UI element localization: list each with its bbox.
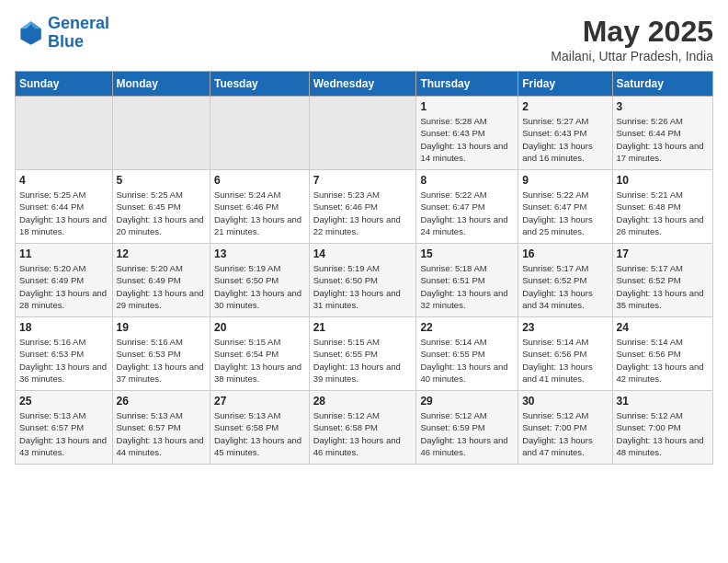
daylight-text: Daylight: 13 hours and 26 minutes. xyxy=(617,214,704,236)
sunrise-text: Sunrise: 5:12 AM xyxy=(617,410,683,420)
day-content: Sunrise: 5:25 AMSunset: 6:45 PMDaylight:… xyxy=(117,189,206,237)
daylight-text: Daylight: 13 hours and 39 minutes. xyxy=(313,362,401,384)
day-number: 8 xyxy=(420,174,514,187)
header-cell-wednesday: Wednesday xyxy=(309,72,416,97)
sunset-text: Sunset: 6:46 PM xyxy=(214,201,279,212)
logo: General Blue xyxy=(15,15,109,52)
day-content: Sunrise: 5:19 AMSunset: 6:50 PMDaylight:… xyxy=(214,262,305,311)
header-row: SundayMondayTuesdayWednesdayThursdayFrid… xyxy=(16,72,713,97)
day-number: 3 xyxy=(617,100,709,113)
day-cell: 16Sunrise: 5:17 AMSunset: 6:52 PMDayligh… xyxy=(518,244,612,317)
day-content: Sunrise: 5:13 AMSunset: 6:57 PMDaylight:… xyxy=(117,409,206,458)
sunset-text: Sunset: 6:47 PM xyxy=(522,201,586,212)
daylight-text: Daylight: 13 hours and 22 minutes. xyxy=(313,214,401,236)
daylight-text: Daylight: 13 hours and 41 minutes. xyxy=(522,362,593,384)
sunset-text: Sunset: 6:56 PM xyxy=(617,349,681,359)
header-cell-monday: Monday xyxy=(112,72,210,97)
day-number: 17 xyxy=(617,247,709,260)
header-cell-tuesday: Tuesday xyxy=(210,72,310,97)
day-content: Sunrise: 5:25 AMSunset: 6:44 PMDaylight:… xyxy=(19,189,108,237)
day-content: Sunrise: 5:15 AMSunset: 6:54 PMDaylight:… xyxy=(214,336,305,385)
calendar-header: SundayMondayTuesdayWednesdayThursdayFrid… xyxy=(16,72,713,97)
sunrise-text: Sunrise: 5:12 AM xyxy=(420,410,486,420)
sunrise-text: Sunrise: 5:24 AM xyxy=(214,190,280,200)
day-number: 29 xyxy=(420,395,514,408)
day-number: 20 xyxy=(214,321,305,334)
daylight-text: Daylight: 13 hours and 31 minutes. xyxy=(313,288,401,310)
daylight-text: Daylight: 13 hours and 38 minutes. xyxy=(214,362,301,384)
day-content: Sunrise: 5:20 AMSunset: 6:49 PMDaylight:… xyxy=(117,262,206,311)
day-content: Sunrise: 5:26 AMSunset: 6:44 PMDaylight:… xyxy=(617,115,709,164)
day-number: 2 xyxy=(522,100,608,113)
sunrise-text: Sunrise: 5:22 AM xyxy=(420,190,486,200)
sunset-text: Sunset: 6:54 PM xyxy=(214,349,279,359)
day-number: 6 xyxy=(214,174,305,187)
day-number: 4 xyxy=(19,174,108,187)
day-number: 28 xyxy=(313,395,413,408)
sunrise-text: Sunrise: 5:26 AM xyxy=(617,116,683,126)
day-content: Sunrise: 5:22 AMSunset: 6:47 PMDaylight:… xyxy=(522,189,608,237)
day-number: 7 xyxy=(313,174,413,187)
day-cell: 4Sunrise: 5:25 AMSunset: 6:44 PMDaylight… xyxy=(16,170,113,244)
day-number: 21 xyxy=(313,321,413,334)
day-cell: 14Sunrise: 5:19 AMSunset: 6:50 PMDayligh… xyxy=(309,244,416,317)
day-cell: 29Sunrise: 5:12 AMSunset: 6:59 PMDayligh… xyxy=(416,391,518,465)
logo-text: General Blue xyxy=(48,15,109,52)
sunrise-text: Sunrise: 5:23 AM xyxy=(313,190,380,200)
sunset-text: Sunset: 6:50 PM xyxy=(214,275,279,285)
day-content: Sunrise: 5:19 AMSunset: 6:50 PMDaylight:… xyxy=(313,262,413,311)
day-cell: 22Sunrise: 5:14 AMSunset: 6:55 PMDayligh… xyxy=(416,317,518,391)
day-cell: 28Sunrise: 5:12 AMSunset: 6:58 PMDayligh… xyxy=(309,391,416,465)
day-content: Sunrise: 5:21 AMSunset: 6:48 PMDaylight:… xyxy=(617,189,709,237)
day-content: Sunrise: 5:13 AMSunset: 6:58 PMDaylight:… xyxy=(214,409,305,458)
daylight-text: Daylight: 13 hours and 45 minutes. xyxy=(214,435,301,457)
day-number: 5 xyxy=(117,174,206,187)
sunrise-text: Sunrise: 5:28 AM xyxy=(420,116,486,126)
logo-line1: General xyxy=(48,14,109,32)
location: Mailani, Uttar Pradesh, India xyxy=(551,49,713,63)
sunset-text: Sunset: 6:56 PM xyxy=(522,349,586,359)
day-cell: 21Sunrise: 5:15 AMSunset: 6:55 PMDayligh… xyxy=(309,317,416,391)
daylight-text: Daylight: 13 hours and 14 minutes. xyxy=(420,141,507,163)
day-number: 12 xyxy=(117,247,206,260)
day-cell: 8Sunrise: 5:22 AMSunset: 6:47 PMDaylight… xyxy=(416,170,518,244)
calendar-table: SundayMondayTuesdayWednesdayThursdayFrid… xyxy=(15,71,713,465)
sunset-text: Sunset: 6:48 PM xyxy=(617,201,681,212)
daylight-text: Daylight: 13 hours and 40 minutes. xyxy=(420,362,507,384)
week-row-1: 1Sunrise: 5:28 AMSunset: 6:43 PMDaylight… xyxy=(16,97,713,170)
daylight-text: Daylight: 13 hours and 32 minutes. xyxy=(420,288,507,310)
header-cell-friday: Friday xyxy=(518,72,612,97)
day-cell: 7Sunrise: 5:23 AMSunset: 6:46 PMDaylight… xyxy=(309,170,416,244)
daylight-text: Daylight: 13 hours and 20 minutes. xyxy=(117,214,204,236)
daylight-text: Daylight: 13 hours and 47 minutes. xyxy=(522,435,593,457)
day-cell: 12Sunrise: 5:20 AMSunset: 6:49 PMDayligh… xyxy=(112,244,210,317)
day-content: Sunrise: 5:12 AMSunset: 6:59 PMDaylight:… xyxy=(420,409,514,458)
sunset-text: Sunset: 6:58 PM xyxy=(313,422,378,432)
daylight-text: Daylight: 13 hours and 35 minutes. xyxy=(617,288,704,310)
sunset-text: Sunset: 6:43 PM xyxy=(522,128,586,138)
sunrise-text: Sunrise: 5:16 AM xyxy=(19,337,85,347)
sunset-text: Sunset: 6:49 PM xyxy=(117,275,181,285)
day-number: 22 xyxy=(420,321,514,334)
day-number: 23 xyxy=(522,321,608,334)
day-content: Sunrise: 5:24 AMSunset: 6:46 PMDaylight:… xyxy=(214,189,305,237)
week-row-3: 11Sunrise: 5:20 AMSunset: 6:49 PMDayligh… xyxy=(16,244,713,317)
day-content: Sunrise: 5:14 AMSunset: 6:56 PMDaylight:… xyxy=(617,336,709,385)
day-number: 31 xyxy=(617,395,709,408)
day-cell xyxy=(210,97,310,170)
daylight-text: Daylight: 13 hours and 42 minutes. xyxy=(617,362,704,384)
daylight-text: Daylight: 13 hours and 37 minutes. xyxy=(117,362,204,384)
day-cell: 13Sunrise: 5:19 AMSunset: 6:50 PMDayligh… xyxy=(210,244,310,317)
sunset-text: Sunset: 6:45 PM xyxy=(117,201,181,212)
day-cell: 3Sunrise: 5:26 AMSunset: 6:44 PMDaylight… xyxy=(612,97,712,170)
day-number: 15 xyxy=(420,247,514,260)
sunset-text: Sunset: 6:46 PM xyxy=(313,201,378,212)
sunrise-text: Sunrise: 5:13 AM xyxy=(19,410,85,420)
logo-icon xyxy=(15,18,44,48)
daylight-text: Daylight: 13 hours and 44 minutes. xyxy=(117,435,204,457)
sunrise-text: Sunrise: 5:20 AM xyxy=(117,263,183,273)
day-number: 14 xyxy=(313,247,413,260)
day-content: Sunrise: 5:14 AMSunset: 6:56 PMDaylight:… xyxy=(522,336,608,385)
day-cell: 31Sunrise: 5:12 AMSunset: 7:00 PMDayligh… xyxy=(612,391,712,465)
daylight-text: Daylight: 13 hours and 43 minutes. xyxy=(19,435,107,457)
